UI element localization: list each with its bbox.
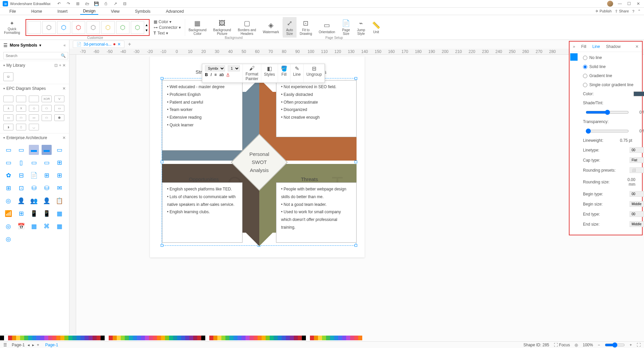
theme-swatch[interactable]: ⬡ xyxy=(131,21,144,34)
palette-color[interactable] xyxy=(294,336,298,340)
collapse-sidebar-icon[interactable]: « xyxy=(63,43,66,48)
fill-button[interactable]: 🪣Fill xyxy=(278,64,290,82)
theme-swatch[interactable] xyxy=(28,21,41,34)
palette-color[interactable] xyxy=(237,336,241,340)
shape-item[interactable]: ⊞ xyxy=(16,209,26,219)
palette-color[interactable] xyxy=(165,336,169,340)
palette-color[interactable] xyxy=(173,336,177,340)
fill-tab[interactable]: Fill xyxy=(581,44,586,49)
palette-color[interactable] xyxy=(40,336,44,340)
transparency-slider[interactable] xyxy=(586,128,629,134)
shape-item[interactable]: ▬ xyxy=(29,145,39,155)
shape-item[interactable]: 📅 xyxy=(16,221,26,231)
shape-item[interactable]: 👥 xyxy=(29,196,39,206)
palette-color[interactable] xyxy=(153,336,157,340)
palette-color[interactable] xyxy=(278,336,282,340)
close-tab-icon[interactable]: ✕ xyxy=(117,42,121,47)
help-icon[interactable]: ? xyxy=(632,9,634,13)
fit-icon[interactable]: ◎ xyxy=(575,343,578,347)
shape-item[interactable]: 👤 xyxy=(16,196,26,206)
palette-color[interactable] xyxy=(68,336,72,340)
palette-color[interactable] xyxy=(20,336,24,340)
shape-item[interactable] xyxy=(3,96,13,102)
shape-item[interactable] xyxy=(16,96,26,102)
line-tab[interactable]: Line xyxy=(592,44,600,49)
focus-mode-button[interactable]: ⛶ Focus xyxy=(554,343,570,347)
undo-icon[interactable]: ↶ xyxy=(57,1,61,6)
palette-color[interactable] xyxy=(298,336,302,340)
menu-symbols[interactable]: Symbols xyxy=(132,8,153,14)
palette-color[interactable] xyxy=(105,336,109,340)
jump-style-button[interactable]: ⌁Jump Style xyxy=(354,17,368,38)
palette-color[interactable] xyxy=(354,336,358,340)
italic-button[interactable]: I xyxy=(211,72,212,77)
menu-advanced[interactable]: Advanced xyxy=(163,8,186,14)
palette-color[interactable] xyxy=(16,336,20,340)
collapse-panel-icon[interactable]: » xyxy=(573,44,575,49)
shape-item[interactable]: ⊟ xyxy=(16,170,26,180)
theme-swatch[interactable]: ⬡ xyxy=(42,21,56,34)
text-color-button[interactable]: A xyxy=(226,72,229,77)
color-dropdown[interactable]: ▦Color ▾ xyxy=(154,19,181,24)
palette-color[interactable] xyxy=(225,336,229,340)
page-tab-label[interactable]: Page-1 xyxy=(12,343,25,347)
theme-swatch[interactable]: ⬡ xyxy=(57,21,70,34)
palette-color[interactable] xyxy=(101,336,105,340)
palette-color[interactable] xyxy=(137,336,141,340)
end-type-select[interactable]: 00 xyxy=(630,211,644,217)
shadow-tab[interactable]: Shadow xyxy=(606,44,621,49)
zoom-out-button[interactable]: − xyxy=(598,343,600,347)
shape-item[interactable]: ✉ xyxy=(54,183,64,193)
shape-item[interactable]: ⬭ xyxy=(42,114,52,121)
strike-button[interactable]: ab xyxy=(219,72,224,77)
palette-color[interactable] xyxy=(48,336,52,340)
palette-color[interactable] xyxy=(209,336,213,340)
add-page-button[interactable]: + xyxy=(37,343,39,347)
shade-slider[interactable] xyxy=(586,110,629,115)
align-button[interactable]: ≡ xyxy=(214,72,217,77)
shape-item[interactable]: 📄 xyxy=(29,170,39,180)
gradient-line-radio[interactable]: Gradient line xyxy=(583,73,644,78)
gallery-up-icon[interactable]: ▴ xyxy=(146,22,148,27)
shape-item[interactable]: ◎ xyxy=(3,196,13,206)
shape-item[interactable]: ▯ xyxy=(16,158,26,168)
close-icon[interactable]: ✕ xyxy=(637,1,641,6)
open-icon[interactable]: 🗁 xyxy=(85,1,90,6)
palette-color[interactable] xyxy=(322,336,326,340)
my-library-header[interactable]: ▾My Library⊡ + ✕ xyxy=(0,61,69,70)
palette-color[interactable] xyxy=(262,336,266,340)
palette-color[interactable] xyxy=(157,336,161,340)
palette-color[interactable] xyxy=(282,336,286,340)
palette-color[interactable] xyxy=(346,336,350,340)
palette-color[interactable] xyxy=(318,336,322,340)
palette-color[interactable] xyxy=(310,336,314,340)
palette-color[interactable] xyxy=(76,336,80,340)
shape-item[interactable]: ✿ xyxy=(3,170,13,180)
palette-color[interactable] xyxy=(217,336,221,340)
shape-item[interactable]: ⬭ xyxy=(42,105,52,112)
palette-color[interactable] xyxy=(350,336,354,340)
share-button[interactable]: ⇪ Share xyxy=(615,9,629,13)
palette-color[interactable] xyxy=(161,336,165,340)
shape-item[interactable]: ▦ xyxy=(29,221,39,231)
export-icon[interactable]: ↗ xyxy=(113,1,118,6)
palette-color[interactable] xyxy=(149,336,153,340)
shape-item[interactable]: ▭ xyxy=(42,158,52,168)
shape-item[interactable]: ▭ xyxy=(29,158,39,168)
watermark-button[interactable]: ◈Watermark xyxy=(259,19,282,36)
gallery-down-icon[interactable]: ▾ xyxy=(146,28,148,33)
shape-item[interactable]: ◇ xyxy=(29,105,39,112)
shape-item[interactable]: ▭ xyxy=(16,145,26,155)
font-select[interactable]: Symbol xyxy=(205,65,225,71)
palette-color[interactable] xyxy=(189,336,193,340)
palette-color[interactable] xyxy=(270,336,274,340)
minimize-icon[interactable]: — xyxy=(618,1,623,6)
palette-color[interactable] xyxy=(306,336,310,340)
palette-color[interactable] xyxy=(4,336,8,340)
fullscreen-icon[interactable]: ⛶ xyxy=(637,343,641,347)
palette-color[interactable] xyxy=(32,336,36,340)
palette-color[interactable] xyxy=(145,336,149,340)
palette-color[interactable] xyxy=(12,336,16,340)
theme-swatch[interactable]: ⬡ xyxy=(87,21,100,34)
palette-color[interactable] xyxy=(229,336,233,340)
